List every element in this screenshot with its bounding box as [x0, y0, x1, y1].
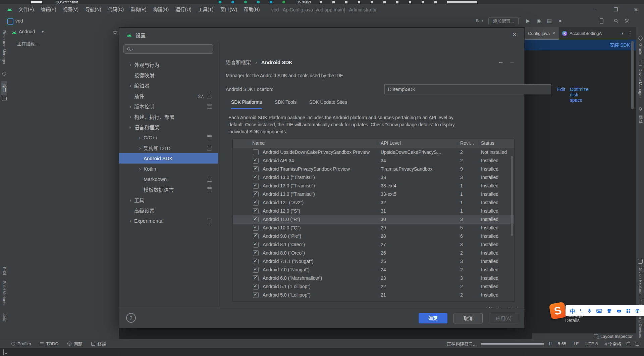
toolbox-grid-icon[interactable]	[626, 309, 631, 313]
checked-checkbox[interactable]	[253, 259, 259, 264]
tree-chevron-icon[interactable]: ›	[136, 166, 144, 172]
tool-build-variants[interactable]: Build Variants	[2, 281, 6, 305]
tool-project[interactable]: 项目	[1, 81, 7, 95]
tree-item-Kotlin[interactable]: ›Kotlin	[119, 164, 218, 174]
table-scrollbar-thumb[interactable]	[511, 156, 513, 236]
tree-item-高级设置[interactable]: 高级设置	[119, 205, 218, 216]
desktop-monitor-icon[interactable]	[3, 349, 4, 355]
tree-item-Android SDK[interactable]: Android SDK	[119, 153, 218, 164]
table-row[interactable]: Android 11.0 ("R")303Installed	[233, 215, 514, 224]
table-row[interactable]: Android 9.0 ("Pie")286Installed	[233, 232, 514, 240]
checked-checkbox[interactable]	[253, 250, 259, 256]
run-icon[interactable]: ▶	[524, 15, 532, 27]
breadcrumb-parent[interactable]: 语言和框架	[226, 59, 251, 65]
menu-构建[interactable]: 构建(B)	[150, 4, 172, 15]
table-row[interactable]: Android 8.1 ("Oreo")273Installed	[233, 240, 514, 249]
menu-窗口[interactable]: 窗口(W)	[217, 4, 241, 15]
tab-sdk-tools[interactable]: SDK Tools	[275, 99, 297, 108]
tree-item-插件[interactable]: 插件文A	[119, 91, 218, 101]
checked-checkbox[interactable]	[253, 217, 259, 222]
device-manager-icon[interactable]	[639, 61, 642, 66]
checked-checkbox[interactable]	[253, 275, 259, 281]
notifications-bell-icon[interactable]	[638, 106, 643, 111]
settings-search-input[interactable]: ▾	[123, 44, 213, 54]
tool-translation[interactable]: 翻译	[638, 115, 643, 123]
gradle-icon[interactable]	[638, 36, 643, 41]
menu-代码[interactable]: 代码(C)	[105, 4, 127, 15]
checked-checkbox[interactable]	[253, 175, 259, 180]
optimize-disk-space-link[interactable]: Optimize disk space	[570, 87, 588, 103]
checked-checkbox[interactable]	[253, 284, 259, 290]
tree-chevron-icon[interactable]: ›	[127, 218, 134, 224]
tree-item-外观与行为[interactable]: ›外观与行为	[119, 59, 218, 70]
col-name[interactable]: Name	[252, 139, 265, 147]
checked-checkbox[interactable]	[253, 267, 259, 273]
col-revision[interactable]: Revision	[460, 139, 476, 147]
col-api-level[interactable]: API Level	[381, 139, 401, 147]
indent-setting[interactable]: 4 个空格	[604, 341, 621, 347]
tab-list-chevron-icon[interactable]: ▾	[622, 31, 624, 36]
readonly-lock-icon[interactable]	[627, 342, 630, 345]
tool-structure[interactable]: 结构	[1, 313, 7, 321]
checked-checkbox[interactable]	[253, 242, 259, 248]
checked-checkbox[interactable]	[253, 233, 259, 239]
ime-settings-wheel-icon[interactable]	[635, 309, 640, 313]
file-encoding[interactable]: UTF-8	[585, 341, 598, 346]
tree-chevron-icon[interactable]: ›	[128, 124, 133, 131]
tool-resource-manager[interactable]: Resource Manager	[2, 30, 6, 64]
table-row[interactable]: Android 6.0 ("Marshmallow")233Installed	[233, 274, 514, 282]
table-row[interactable]: Android UpsideDownCakePrivacySandbox Pre…	[233, 148, 514, 157]
tool-gradle[interactable]: Gradle	[638, 43, 643, 55]
notifications-icon[interactable]: !	[635, 342, 639, 346]
menu-导航[interactable]: 导航(N)	[82, 4, 104, 15]
skin-icon[interactable]	[607, 309, 612, 313]
checked-checkbox[interactable]	[253, 200, 259, 206]
pin-icon[interactable]	[2, 72, 6, 76]
table-row[interactable]: Android 12L ("Sv2")321Installed	[233, 198, 514, 207]
tab-sdk-platforms[interactable]: SDK Platforms	[231, 99, 262, 109]
pause-build-icon[interactable]	[549, 341, 552, 346]
table-row[interactable]: Android 13.0 ("Tiramisu")33-ext51Install…	[233, 190, 514, 198]
menu-编辑[interactable]: 编辑(E)	[37, 4, 60, 15]
tab-options-kebab-icon[interactable]: ⋮	[628, 30, 633, 36]
project-view-selector[interactable]: Android	[19, 29, 35, 34]
ok-button[interactable]: 确定	[419, 313, 447, 323]
tree-chevron-icon[interactable]: ›	[127, 103, 134, 109]
coverage-icon[interactable]: ▤	[545, 15, 553, 27]
tree-item-版本控制[interactable]: ›版本控制	[119, 101, 218, 112]
table-row[interactable]: Android 5.1 ("Lollipop")222Installed	[233, 282, 514, 291]
tree-item-语言和框架[interactable]: ›语言和框架	[119, 122, 218, 132]
table-row[interactable]: Android 7.0 ("Nougat")242Installed	[233, 266, 514, 274]
sogou-logo-icon[interactable]: S	[549, 302, 567, 319]
tool-device-manager[interactable]: Device Manager	[638, 69, 643, 98]
running-devices-icon[interactable]	[639, 300, 642, 305]
statusbar-问题[interactable]: !问题	[67, 341, 83, 347]
edit-link[interactable]: Edit	[557, 87, 565, 92]
tree-chevron-icon[interactable]: ›	[136, 145, 144, 151]
tree-item-Experimental[interactable]: ›Experimental	[119, 216, 218, 226]
stop-icon[interactable]: ■	[556, 15, 564, 27]
menu-重构[interactable]: 重构(R)	[127, 4, 150, 15]
checked-checkbox[interactable]	[253, 158, 259, 164]
apply-button[interactable]: 应用(A)	[489, 313, 518, 323]
tool-bookmarks[interactable]: 书签	[1, 267, 7, 275]
checked-checkbox[interactable]	[253, 292, 259, 298]
panel-gear-icon[interactable]	[113, 30, 117, 35]
profile-icon[interactable]: ◉	[535, 15, 543, 27]
close-button[interactable]: ✕	[629, 4, 643, 15]
tree-item-工具[interactable]: ›工具	[119, 195, 218, 205]
checked-checkbox[interactable]	[253, 166, 259, 172]
menu-运行[interactable]: 运行(U)	[172, 4, 195, 15]
device-icon[interactable]	[600, 18, 603, 24]
checked-checkbox[interactable]	[253, 183, 259, 189]
dialog-close-icon[interactable]: ✕	[512, 32, 517, 38]
checked-checkbox[interactable]	[253, 225, 259, 231]
statusbar-todo[interactable]: TODO	[40, 341, 58, 346]
tree-item-按键映射[interactable]: 按键映射	[119, 70, 218, 80]
help-icon[interactable]: ?	[126, 313, 136, 323]
tree-chevron-icon[interactable]: ›	[127, 62, 134, 68]
tree-item-编辑器[interactable]: ›编辑器	[119, 80, 218, 91]
tree-chevron-icon[interactable]: ›	[127, 114, 134, 120]
checked-checkbox[interactable]	[253, 208, 259, 214]
device-explorer-icon[interactable]	[638, 259, 643, 264]
